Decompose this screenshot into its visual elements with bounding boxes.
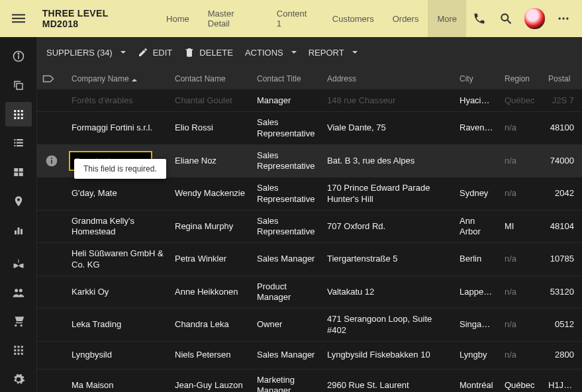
grid-cell[interactable]: Product Manager [252,276,322,309]
delete-button[interactable]: DELETE [184,47,233,58]
grid-cell[interactable]: Sydney [454,183,499,204]
grid-cell[interactable]: Lyngbysild [66,344,170,366]
grid-cell[interactable]: G'day, Mate [66,183,170,204]
sidebar-grid[interactable] [5,102,32,127]
col-header-postal[interactable]: Postal [543,74,579,83]
sidebar-wellness[interactable] [5,251,32,276]
col-header-address[interactable]: Address [322,74,454,83]
table-row[interactable]: Ma MaisonJean-Guy LauzonMarketing Manage… [37,369,582,392]
sidebar-cards[interactable] [5,160,32,185]
table-row[interactable]: Formaggi Fortini s.r.l.Elio RossiSales R… [37,112,582,145]
edit-button[interactable]: EDIT [138,47,173,58]
grid-cell[interactable]: 148 rue Chasseur [322,90,454,111]
table-row[interactable]: Karkki OyAnne HeikkonenProduct ManagerVa… [37,276,582,309]
grid-cell[interactable]: Hyacinthe [454,90,499,111]
actions-dropdown[interactable]: ACTIONS [245,48,297,58]
nav-master-detail[interactable]: Master Detail [199,9,267,28]
table-row[interactable]: Heli Süßwaren GmbH & Co. KGPetra Winkler… [37,243,582,276]
grid-cell[interactable]: Marketing Manager [252,369,322,392]
grid-cell[interactable]: Sales Manager [252,344,322,366]
grid-cell[interactable]: H1J 1C [543,375,579,392]
sidebar-cart[interactable] [5,309,32,334]
grid-cell[interactable]: Québec [499,90,543,111]
nav-customers[interactable]: Customers [323,14,383,24]
grid-cell[interactable]: Québec [499,375,543,392]
grid-cell[interactable]: Eliane Noz [170,150,252,172]
grid-cell[interactable]: 48104 [543,216,579,237]
sidebar-apps[interactable] [5,338,32,363]
grid-cell[interactable]: Sales Representative [252,177,322,210]
grid-cell[interactable]: Regina Murphy [170,216,252,237]
grid-cell[interactable]: Leka Trading [66,314,170,335]
sidebar-location[interactable] [5,189,32,214]
grid-cell[interactable]: Ravenna [454,117,499,138]
grid-cell[interactable]: n/a [499,248,543,270]
grid-cell[interactable]: Karkki Oy [66,281,170,303]
sidebar-copy[interactable] [5,73,32,98]
grid-cell[interactable]: Tiergartenstraße 5 [322,248,454,270]
grid-cell[interactable]: n/a [499,344,543,366]
grid-cell[interactable]: Chandra Leka [170,314,252,335]
grid-cell[interactable]: MI [499,216,543,237]
nav-more-dropdown[interactable]: More [428,0,466,37]
grid-cell[interactable]: n/a [499,314,543,335]
grid-cell[interactable]: 2800 [543,344,579,366]
sidebar-chart[interactable] [5,218,32,243]
grid-cell[interactable]: 471 Serangoon Loop, Suite #402 [322,309,454,341]
grid-cell[interactable]: Heli Süßwaren GmbH & Co. KG [66,243,170,275]
overflow-menu-button[interactable] [550,12,577,25]
grid-cell[interactable]: Berlin [454,248,499,270]
grid-cell[interactable]: 10785 [543,248,579,270]
sidebar-list[interactable] [5,130,32,156]
table-row[interactable]: G'day, MateWendy MackenzieSales Represen… [37,177,582,211]
grid-cell[interactable]: Sales Representative [252,145,322,177]
grid-cell[interactable]: Owner [252,314,322,335]
grid-cell[interactable]: n/a [499,183,543,204]
nav-home[interactable]: Home [157,14,199,24]
grid-cell[interactable]: n/a [499,117,543,138]
grid-cell[interactable]: Sales Representative [252,211,322,243]
grid-cell[interactable]: 2042 [543,183,579,204]
grid-cell[interactable]: Montréal [454,375,499,392]
grid-cell[interactable]: 48100 [543,117,579,138]
grid-cell[interactable]: Jean-Guy Lauzon [170,375,252,392]
grid-cell[interactable]: Sales Manager [252,248,322,270]
grid-cell[interactable]: Chantal Goulet [170,90,252,111]
table-row[interactable]: Forêts d'érablesChantal GouletManager148… [37,90,582,112]
grid-cell[interactable]: n/a [499,150,543,172]
grid-cell[interactable]: Elio Rossi [170,117,252,138]
grid-cell[interactable]: Bat. B 3, rue des Alpes [322,150,454,172]
grid-cell[interactable]: Singapo... [454,314,499,335]
grid-cell[interactable]: Lyngbysild Fiskebakken 10 [322,344,454,366]
grid-cell[interactable]: Petra Winkler [170,248,252,270]
view-selector[interactable]: SUPPLIERS (34) [46,48,126,58]
grid-cell[interactable]: 74000 [543,150,579,172]
col-header-region[interactable]: Region [499,74,543,83]
grid-cell[interactable]: Ma Maison [66,375,170,392]
table-row[interactable]: LyngbysildNiels PetersenSales ManagerLyn… [37,342,582,369]
report-dropdown[interactable]: REPORT [309,48,358,58]
grid-cell[interactable]: Ann Arbor [454,211,499,243]
grid-cell[interactable]: Forêts d'érables [66,90,170,111]
user-avatar[interactable] [524,8,546,29]
table-row[interactable]: Grandma Kelly's HomesteadRegina MurphySa… [37,211,582,244]
col-header-title[interactable]: Contact Title [252,74,322,83]
grid-cell[interactable]: Wendy Mackenzie [170,183,252,204]
grid-cell[interactable]: 0512 [543,314,579,335]
grid-cell[interactable]: n/a [499,281,543,303]
grid-cell[interactable]: Grandma Kelly's Homestead [66,211,170,243]
grid-cell[interactable]: 707 Oxford Rd. [322,216,454,237]
grid-cell[interactable]: Valtakatu 12 [322,281,454,303]
grid-cell[interactable]: 170 Prince Edward Parade Hunter's Hill [322,177,454,210]
grid-cell[interactable]: Viale Dante, 75 [322,117,454,138]
search-button[interactable] [493,12,519,25]
grid-cell[interactable]: Sales Representative [252,112,322,144]
sidebar-settings[interactable] [5,367,32,392]
row-info-indicator[interactable] [37,154,66,168]
grid-cell[interactable]: Anne Heikkonen [170,281,252,303]
grid-cell[interactable]: 53120 [543,281,579,303]
phone-button[interactable] [466,12,493,25]
grid-cell[interactable]: Niels Petersen [170,344,252,366]
grid-cell[interactable]: Manager [252,90,322,111]
grid-cell[interactable]: Formaggi Fortini s.r.l. [66,117,170,138]
